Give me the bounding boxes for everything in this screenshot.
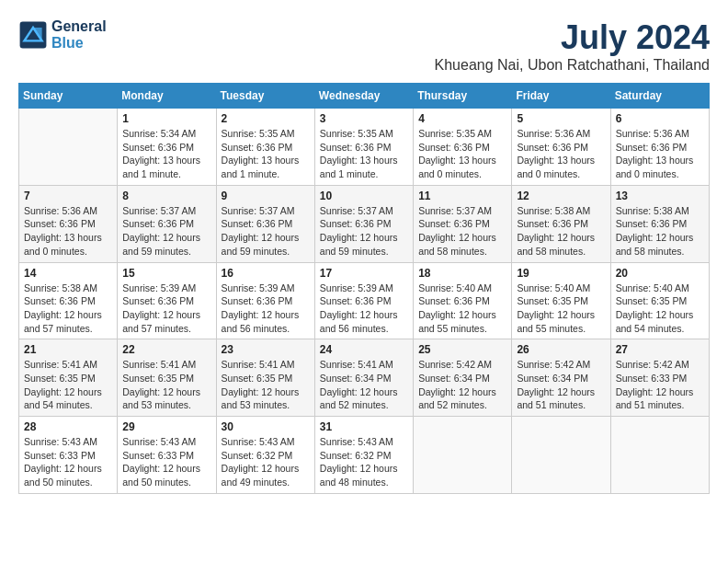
day-detail: Sunrise: 5:43 AMSunset: 6:33 PMDaylight:… (122, 435, 210, 489)
calendar-cell: 11Sunrise: 5:37 AMSunset: 6:36 PMDayligh… (414, 185, 512, 262)
day-detail: Sunrise: 5:41 AMSunset: 6:35 PMDaylight:… (222, 358, 310, 412)
day-header-thursday: Thursday (414, 84, 512, 109)
calendar-cell: 28Sunrise: 5:43 AMSunset: 6:33 PMDayligh… (19, 417, 118, 494)
day-detail: Sunrise: 5:39 AMSunset: 6:36 PMDaylight:… (320, 282, 408, 336)
day-detail: Sunrise: 5:43 AMSunset: 6:32 PMDaylight:… (320, 435, 408, 489)
day-number: 20 (616, 267, 704, 280)
calendar-cell: 24Sunrise: 5:41 AMSunset: 6:34 PMDayligh… (314, 339, 413, 417)
week-row-2: 7Sunrise: 5:36 AMSunset: 6:36 PMDaylight… (19, 185, 710, 262)
calendar-cell: 12Sunrise: 5:38 AMSunset: 6:36 PMDayligh… (512, 185, 610, 262)
day-detail: Sunrise: 5:37 AMSunset: 6:36 PMDaylight:… (320, 204, 408, 259)
day-detail: Sunrise: 5:37 AMSunset: 6:36 PMDaylight:… (222, 204, 310, 259)
calendar-cell: 16Sunrise: 5:39 AMSunset: 6:36 PMDayligh… (216, 262, 314, 339)
calendar-cell (414, 417, 512, 494)
day-header-sunday: Sunday (19, 84, 118, 109)
day-detail: Sunrise: 5:38 AMSunset: 6:36 PMDaylight:… (24, 282, 112, 336)
day-number: 14 (24, 267, 112, 280)
day-detail: Sunrise: 5:43 AMSunset: 6:32 PMDaylight:… (222, 435, 310, 489)
day-number: 18 (418, 267, 506, 280)
day-header-monday: Monday (118, 84, 216, 109)
day-number: 9 (222, 190, 310, 202)
day-detail: Sunrise: 5:41 AMSunset: 6:35 PMDaylight:… (24, 358, 112, 412)
location-title: Khueang Nai, Ubon Ratchathani, Thailand (435, 57, 710, 74)
day-detail: Sunrise: 5:40 AMSunset: 6:36 PMDaylight:… (418, 282, 506, 336)
calendar-cell: 22Sunrise: 5:41 AMSunset: 6:35 PMDayligh… (118, 339, 216, 417)
day-number: 30 (222, 420, 310, 433)
day-number: 23 (222, 343, 310, 356)
day-number: 17 (320, 267, 408, 280)
day-number: 25 (418, 343, 506, 356)
header-row: SundayMondayTuesdayWednesdayThursdayFrid… (19, 84, 710, 109)
calendar-cell: 18Sunrise: 5:40 AMSunset: 6:36 PMDayligh… (414, 262, 512, 339)
day-detail: Sunrise: 5:40 AMSunset: 6:35 PMDaylight:… (517, 282, 605, 336)
logo-text: General Blue (51, 18, 107, 52)
day-detail: Sunrise: 5:38 AMSunset: 6:36 PMDaylight:… (616, 204, 704, 259)
calendar-cell: 2Sunrise: 5:35 AMSunset: 6:36 PMDaylight… (216, 109, 314, 186)
day-number: 19 (517, 267, 605, 280)
day-number: 26 (517, 343, 605, 356)
calendar-cell: 5Sunrise: 5:36 AMSunset: 6:36 PMDaylight… (512, 109, 610, 186)
day-number: 2 (222, 112, 310, 125)
day-detail: Sunrise: 5:34 AMSunset: 6:36 PMDaylight:… (122, 127, 210, 181)
calendar-cell: 26Sunrise: 5:42 AMSunset: 6:34 PMDayligh… (512, 339, 610, 417)
day-detail: Sunrise: 5:38 AMSunset: 6:36 PMDaylight:… (517, 204, 605, 259)
day-detail: Sunrise: 5:37 AMSunset: 6:36 PMDaylight:… (122, 204, 210, 259)
calendar-cell: 17Sunrise: 5:39 AMSunset: 6:36 PMDayligh… (314, 262, 413, 339)
day-detail: Sunrise: 5:39 AMSunset: 6:36 PMDaylight:… (222, 282, 310, 336)
day-detail: Sunrise: 5:42 AMSunset: 6:33 PMDaylight:… (616, 358, 704, 412)
calendar-cell: 23Sunrise: 5:41 AMSunset: 6:35 PMDayligh… (216, 339, 314, 417)
day-number: 22 (122, 343, 210, 356)
day-number: 4 (418, 112, 506, 125)
day-detail: Sunrise: 5:40 AMSunset: 6:35 PMDaylight:… (616, 282, 704, 336)
day-header-saturday: Saturday (610, 84, 709, 109)
day-number: 1 (122, 112, 210, 125)
page-header: General Blue July 2024 Khueang Nai, Ubon… (18, 18, 710, 74)
calendar-cell: 7Sunrise: 5:36 AMSunset: 6:36 PMDaylight… (19, 185, 118, 262)
logo: General Blue (18, 18, 107, 52)
calendar-cell (610, 417, 709, 494)
day-detail: Sunrise: 5:37 AMSunset: 6:36 PMDaylight:… (418, 204, 506, 259)
calendar-cell: 8Sunrise: 5:37 AMSunset: 6:36 PMDaylight… (118, 185, 216, 262)
day-header-tuesday: Tuesday (216, 84, 314, 109)
week-row-5: 28Sunrise: 5:43 AMSunset: 6:33 PMDayligh… (19, 417, 710, 494)
day-detail: Sunrise: 5:42 AMSunset: 6:34 PMDaylight:… (517, 358, 605, 412)
day-number: 29 (122, 420, 210, 433)
day-number: 11 (418, 190, 506, 202)
calendar-cell: 25Sunrise: 5:42 AMSunset: 6:34 PMDayligh… (414, 339, 512, 417)
day-number: 27 (616, 343, 704, 356)
calendar-cell: 20Sunrise: 5:40 AMSunset: 6:35 PMDayligh… (610, 262, 709, 339)
month-title: July 2024 (435, 18, 710, 57)
logo-icon (18, 20, 48, 50)
day-number: 13 (616, 190, 704, 202)
calendar-cell: 10Sunrise: 5:37 AMSunset: 6:36 PMDayligh… (314, 185, 413, 262)
day-number: 6 (616, 112, 704, 125)
day-detail: Sunrise: 5:39 AMSunset: 6:36 PMDaylight:… (122, 282, 210, 336)
calendar-cell: 9Sunrise: 5:37 AMSunset: 6:36 PMDaylight… (216, 185, 314, 262)
day-detail: Sunrise: 5:35 AMSunset: 6:36 PMDaylight:… (320, 127, 408, 181)
calendar-cell: 13Sunrise: 5:38 AMSunset: 6:36 PMDayligh… (610, 185, 709, 262)
week-row-3: 14Sunrise: 5:38 AMSunset: 6:36 PMDayligh… (19, 262, 710, 339)
day-detail: Sunrise: 5:36 AMSunset: 6:36 PMDaylight:… (24, 204, 112, 259)
day-number: 21 (24, 343, 112, 356)
day-number: 3 (320, 112, 408, 125)
calendar-cell: 21Sunrise: 5:41 AMSunset: 6:35 PMDayligh… (19, 339, 118, 417)
calendar-cell: 14Sunrise: 5:38 AMSunset: 6:36 PMDayligh… (19, 262, 118, 339)
calendar-cell: 6Sunrise: 5:36 AMSunset: 6:36 PMDaylight… (610, 109, 709, 186)
calendar-cell (512, 417, 610, 494)
day-detail: Sunrise: 5:35 AMSunset: 6:36 PMDaylight:… (222, 127, 310, 181)
day-number: 5 (517, 112, 605, 125)
day-number: 28 (24, 420, 112, 433)
calendar-cell: 30Sunrise: 5:43 AMSunset: 6:32 PMDayligh… (216, 417, 314, 494)
calendar-cell: 3Sunrise: 5:35 AMSunset: 6:36 PMDaylight… (314, 109, 413, 186)
calendar-cell (19, 109, 118, 186)
title-block: July 2024 Khueang Nai, Ubon Ratchathani,… (435, 18, 710, 74)
day-detail: Sunrise: 5:41 AMSunset: 6:35 PMDaylight:… (122, 358, 210, 412)
calendar-cell: 15Sunrise: 5:39 AMSunset: 6:36 PMDayligh… (118, 262, 216, 339)
calendar-cell: 1Sunrise: 5:34 AMSunset: 6:36 PMDaylight… (118, 109, 216, 186)
day-number: 24 (320, 343, 408, 356)
day-detail: Sunrise: 5:42 AMSunset: 6:34 PMDaylight:… (418, 358, 506, 412)
day-header-wednesday: Wednesday (314, 84, 413, 109)
day-number: 10 (320, 190, 408, 202)
day-number: 8 (122, 190, 210, 202)
day-header-friday: Friday (512, 84, 610, 109)
